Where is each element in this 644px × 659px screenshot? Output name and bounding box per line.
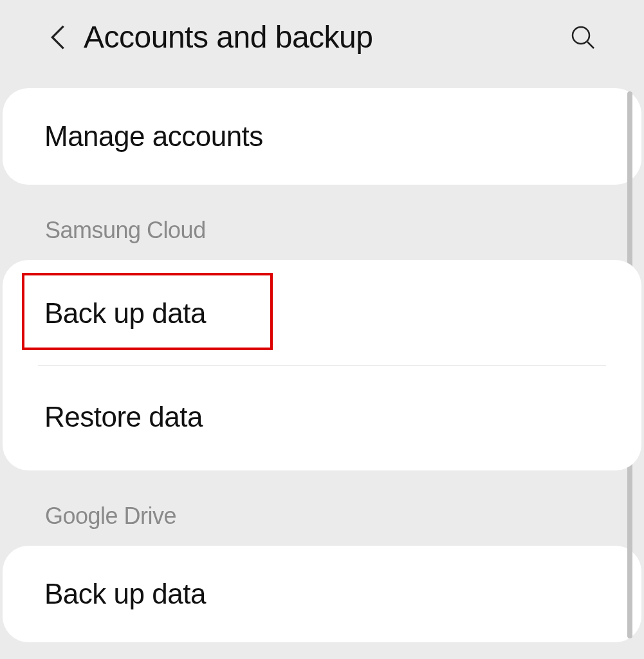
svg-line-1: [587, 42, 594, 48]
list-item-restore-data[interactable]: Restore data: [3, 366, 641, 470]
section-header-samsung-cloud: Samsung Cloud: [0, 185, 644, 260]
page-title: Accounts and backup: [84, 19, 567, 55]
content: Manage accounts Samsung Cloud Back up da…: [0, 88, 644, 642]
chevron-left-icon: [50, 24, 66, 50]
back-icon[interactable]: [45, 24, 71, 50]
list-item-backup-data-samsung[interactable]: Back up data: [3, 260, 641, 365]
header: Accounts and backup: [0, 0, 644, 80]
card-google-drive: Back up data: [3, 546, 641, 642]
svg-point-0: [573, 27, 589, 44]
search-button[interactable]: [567, 21, 599, 53]
card-accounts: Manage accounts: [3, 88, 641, 185]
section-header-google-drive: Google Drive: [0, 470, 644, 546]
search-icon: [570, 24, 596, 50]
card-samsung-cloud: Back up data Restore data: [3, 260, 641, 470]
list-item-backup-data-google[interactable]: Back up data: [3, 546, 641, 642]
list-item-manage-accounts[interactable]: Manage accounts: [3, 88, 641, 185]
